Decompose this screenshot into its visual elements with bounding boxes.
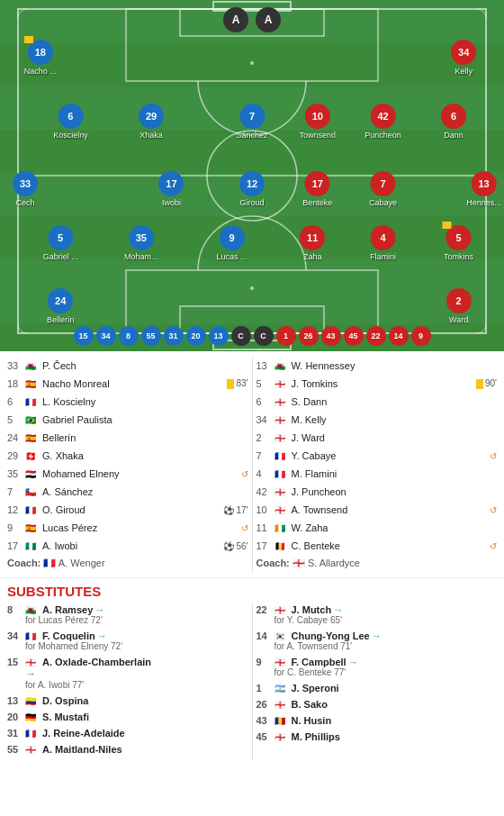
player-circle: 35 xyxy=(129,225,154,250)
away-coach: Coach: 🏴󠁧󠁢󠁥󠁮󠁧󠁿 S. Allardyce xyxy=(256,555,498,572)
player-name: Hennes... xyxy=(466,198,501,207)
player-17-away: 17 Benteke xyxy=(302,171,332,207)
sub-for: for Mohamed Elneny 72' xyxy=(25,641,248,651)
sub-entry: 9 🏴󠁧󠁢󠁥󠁮󠁧󠁿 F. Campbell → for C. Benteke 7… xyxy=(256,657,498,677)
sub-player: 26 🏴󠁧󠁢󠁥󠁮󠁧󠁿 B. Sako xyxy=(256,699,498,710)
player-name: Tomkins xyxy=(444,252,473,261)
sub-entry: 43 🇷🇴 N. Husin xyxy=(256,715,498,726)
player-name: Bellerín xyxy=(47,315,75,324)
num-bubble: 43 xyxy=(321,326,341,346)
player-24-home: 24 Bellerín xyxy=(47,288,75,324)
lineup-row: 2 🏴󠁧󠁢󠁥󠁮󠁧󠁿 J. Ward xyxy=(256,429,498,447)
sub-player: 34 🇫🇷 F. Coquelin → xyxy=(7,630,248,641)
lineup-row: 35 🇪🇬 Mohamed Elneny ↺ xyxy=(7,465,248,483)
lineup-row: 4 🇫🇷 M. Flamini xyxy=(256,465,498,483)
lineup-row: 7 🇫🇷 Y. Cabaye ↺ xyxy=(256,447,498,465)
player-circle: 42 xyxy=(371,104,396,129)
num-bubble: 34 xyxy=(96,326,116,346)
svg-point-15 xyxy=(250,286,254,290)
sub-player: 14 🇰🇷 Chung-Yong Lee → xyxy=(256,630,498,641)
player-name: Iwobi xyxy=(162,198,181,207)
column-divider xyxy=(252,604,253,760)
home-lineup: 33 🏴󠁧󠁢󠁷󠁬󠁳󠁿 P. Čech 18 🇪🇸 Nacho Monreal 8… xyxy=(7,357,248,572)
captain-bubble-away: C xyxy=(254,326,274,346)
player-circle: 10 xyxy=(305,104,330,129)
sub-player: 15 🏴󠁧󠁢󠁥󠁮󠁧󠁿 A. Oxlade-Chamberlain xyxy=(7,657,248,667)
home-coach: Coach: 🇫🇷 A. Wenger xyxy=(7,555,248,572)
sub-entry: 14 🇰🇷 Chung-Yong Lee → for A. Townsend 7… xyxy=(256,630,498,651)
player-name: Gabriel ... xyxy=(43,252,78,261)
player-name: Lucas ... xyxy=(217,252,248,261)
sub-entry: 26 🏴󠁧󠁢󠁥󠁮󠁧󠁿 B. Sako xyxy=(256,699,498,710)
player-18-home: 18 Nacho ... xyxy=(24,40,57,76)
lineup-row: 10 🏴󠁧󠁢󠁥󠁮󠁧󠁿 A. Townsend ↺ xyxy=(256,501,498,519)
lineup-row: 17 🇧🇪 C. Benteke ↺ xyxy=(256,537,498,555)
lineup-row: 11 🇨🇮 W. Zaha xyxy=(256,519,498,537)
lineup-row: 7 🇨🇱 A. Sánchez xyxy=(7,483,248,501)
sub-for: for C. Benteke 77' xyxy=(274,667,498,677)
away-subs: 22 🏴󠁧󠁢󠁥󠁮󠁧󠁿 J. Mutch → for Y. Cabaye 65' … xyxy=(256,604,498,760)
player-name: Kelly xyxy=(454,67,472,76)
player-circle: 12 xyxy=(239,171,265,196)
player-name: Sánchez xyxy=(236,131,267,140)
player-2-away: 2 Ward xyxy=(446,288,472,324)
num-bubble: 13 xyxy=(209,326,229,346)
column-divider xyxy=(252,357,253,572)
player-name: Ward xyxy=(449,315,468,324)
num-bubble: 45 xyxy=(344,326,364,346)
player-name: Cech xyxy=(15,198,34,207)
lineup-row: 6 🇫🇷 L. Koscielny xyxy=(7,393,248,411)
player-name: Dann xyxy=(444,131,464,140)
home-subs: 8 🏴󠁧󠁢󠁷󠁬󠁳󠁿 A. Ramsey → for Lucas Pérez 72… xyxy=(7,604,248,760)
player-circle: 29 xyxy=(139,104,164,129)
sub-entry: 13 🇨🇴 D. Ospina xyxy=(7,695,248,706)
lineup-section: 33 🏴󠁧󠁢󠁷󠁬󠁳󠁿 P. Čech 18 🇪🇸 Nacho Monreal 8… xyxy=(0,351,504,577)
player-34-away: 34 Kelly xyxy=(451,40,476,76)
lineup-row: 9 🇪🇸 Lucas Pérez ↺ xyxy=(7,519,248,537)
player-13-away: 13 Hennes... xyxy=(466,171,501,207)
player-circle: 4 xyxy=(371,225,396,250)
player-10-away: 10 Townsend xyxy=(300,104,337,140)
substitutes-header: SUBSTITUTES xyxy=(0,577,504,601)
sub-player: 1 🇦🇷 J. Speroni xyxy=(256,683,498,694)
lineup-row: 29 🇨🇭 G. Xhaka xyxy=(7,447,248,465)
player-circle: 6 xyxy=(58,104,83,129)
player-17-home: 17 Iwobi xyxy=(158,171,184,207)
pitch: A A 18 Nacho ... 6 Koscielny 29 Xhaka 7 … xyxy=(0,0,504,351)
player-35-home: 35 Moham... xyxy=(124,225,158,261)
team-labels: A A xyxy=(223,7,281,32)
lineup-row: 42 🏴󠁧󠁢󠁥󠁮󠁧󠁿 J. Puncheon xyxy=(256,483,498,501)
sub-entry: 22 🏴󠁧󠁢󠁥󠁮󠁧󠁿 J. Mutch → for Y. Cabaye 65' xyxy=(256,604,498,625)
lineup-row: 24 🇪🇸 Bellerín xyxy=(7,429,248,447)
player-name: Xhaka xyxy=(140,131,163,140)
lineup-columns: 33 🏴󠁧󠁢󠁷󠁬󠁳󠁿 P. Čech 18 🇪🇸 Nacho Monreal 8… xyxy=(7,357,497,572)
sub-entry: 45 🏴󠁧󠁢󠁥󠁮󠁧󠁿 M. Phillips xyxy=(256,731,498,742)
lineup-row: 5 🏴󠁧󠁢󠁥󠁮󠁧󠁿 J. Tomkins 90' xyxy=(256,375,498,393)
player-5-home: 5 Gabriel ... xyxy=(43,225,78,261)
sub-for: for A. Iwobi 77' xyxy=(25,680,248,690)
lineup-row: 6 🏴󠁧󠁢󠁥󠁮󠁧󠁿 S. Dann xyxy=(256,393,498,411)
lineup-row: 33 🏴󠁧󠁢󠁷󠁬󠁳󠁿 P. Čech xyxy=(7,357,248,375)
sub-entry: 34 🇫🇷 F. Coquelin → for Mohamed Elneny 7… xyxy=(7,630,248,651)
num-bubble: 55 xyxy=(141,326,161,346)
player-11-away: 11 Zaha xyxy=(300,225,325,261)
player-33-home: 33 Cech xyxy=(13,171,38,207)
num-bubble: 9 xyxy=(411,326,431,346)
player-circle: 11 xyxy=(300,225,325,250)
sub-entry: 31 🇫🇷 J. Reine-Adelaide xyxy=(7,728,248,739)
sub-entry: 55 🏴󠁧󠁢󠁥󠁮󠁧󠁿 A. Maitland-Niles xyxy=(7,744,248,755)
sub-player: 31 🇫🇷 J. Reine-Adelaide xyxy=(7,728,248,739)
player-circle: 17 xyxy=(158,171,184,196)
lineup-row: 12 🇫🇷 O. Giroud ⚽ 17' xyxy=(7,501,248,519)
svg-point-12 xyxy=(250,61,254,65)
lineup-row: 13 🏴󠁧󠁢󠁷󠁬󠁳󠁿 W. Hennessey xyxy=(256,357,498,375)
home-team-badge: A xyxy=(223,7,248,32)
lineup-row: 34 🏴󠁧󠁢󠁥󠁮󠁧󠁿 M. Kelly xyxy=(256,411,498,429)
sub-entry: 15 🏴󠁧󠁢󠁥󠁮󠁧󠁿 A. Oxlade-Chamberlain → for A… xyxy=(7,657,248,690)
player-4-away: 4 Flamini xyxy=(370,225,396,261)
player-6-away: 6 Dann xyxy=(441,104,466,140)
player-name: Benteke xyxy=(302,198,332,207)
away-lineup: 13 🏴󠁧󠁢󠁷󠁬󠁳󠁿 W. Hennessey 5 🏴󠁧󠁢󠁥󠁮󠁧󠁿 J. Tom… xyxy=(256,357,498,572)
player-name: Townsend xyxy=(300,131,337,140)
player-circle: 7 xyxy=(239,104,265,129)
